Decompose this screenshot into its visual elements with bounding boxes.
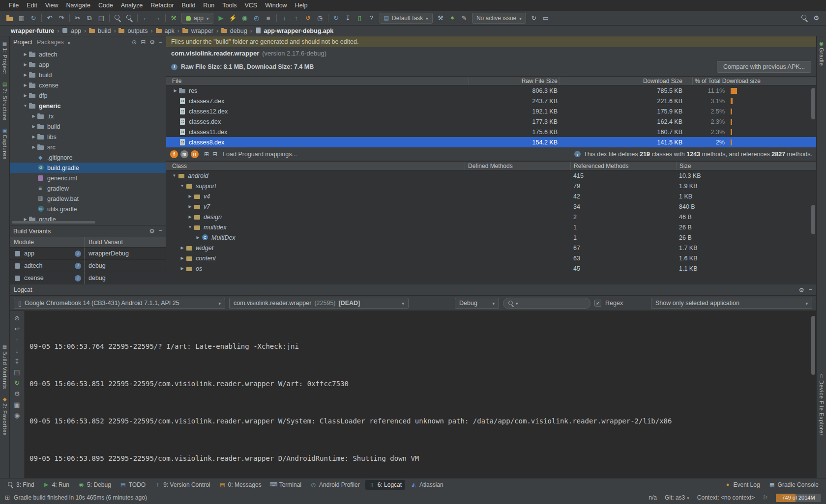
- run-config-dropdown[interactable]: app: [181, 13, 213, 24]
- profile-icon[interactable]: ◴: [251, 13, 263, 24]
- column-class[interactable]: Class: [166, 162, 465, 170]
- expand-arrow-icon[interactable]: [22, 53, 29, 56]
- tab-android-profiler[interactable]: ◴ Android Profiler: [307, 480, 363, 490]
- variant-value[interactable]: wrapperDebug: [85, 248, 166, 259]
- tab-logcat[interactable]: ▯ 6: Logcat: [365, 480, 405, 490]
- paste-icon[interactable]: ▤: [95, 13, 107, 24]
- tab-event-log[interactable]: ● Event Log: [721, 480, 764, 490]
- collapse-all-icon[interactable]: ⊟: [212, 151, 217, 158]
- menu-item[interactable]: Help: [291, 1, 312, 10]
- apk-file-row[interactable]: classes11.dex 175.6 KB 160.7 KB 2.3%: [166, 127, 816, 137]
- vcs-revert-icon[interactable]: ↺: [302, 13, 314, 24]
- save-all-icon[interactable]: ▦: [16, 13, 28, 24]
- expand-arrow-icon[interactable]: [171, 174, 177, 178]
- info-icon[interactable]: i: [75, 275, 81, 281]
- show-references-filter-icon[interactable]: R: [191, 150, 199, 158]
- pencil-icon[interactable]: ✎: [458, 13, 470, 24]
- apply-changes-icon[interactable]: ⚡: [227, 13, 239, 24]
- sync-project-icon[interactable]: ↻: [330, 13, 342, 24]
- class-row[interactable]: widget 67 1.7 KB: [166, 243, 816, 253]
- sync-icon[interactable]: ↻: [28, 13, 39, 24]
- expand-arrow-icon[interactable]: [30, 135, 37, 139]
- menu-item[interactable]: View: [41, 1, 62, 10]
- cut-icon[interactable]: ✂: [72, 13, 84, 24]
- task-dropdown[interactable]: ▤ Default task: [380, 13, 433, 24]
- open-icon[interactable]: [4, 13, 16, 24]
- replace-icon[interactable]: [123, 13, 135, 24]
- strip-gradle[interactable]: ◉ Gradle: [819, 41, 825, 66]
- info-icon[interactable]: i: [75, 263, 81, 269]
- variants-settings-icon[interactable]: ⚙: [149, 227, 154, 235]
- tree-row[interactable]: src: [10, 142, 166, 152]
- strip-captures[interactable]: ▣ Captures: [2, 128, 8, 160]
- tree-row[interactable]: dfp: [10, 90, 166, 101]
- build-hammer-icon[interactable]: ⚒: [168, 13, 179, 24]
- wrench-icon[interactable]: ⚒: [435, 13, 446, 24]
- strip-project[interactable]: ▦ 1: Project: [2, 41, 8, 74]
- tab-todo[interactable]: ▤ TODO: [117, 480, 149, 490]
- column-raw-size[interactable]: Raw File Size: [469, 77, 560, 85]
- class-row[interactable]: v4 42 1 KB: [166, 191, 816, 201]
- menu-item[interactable]: Tools: [218, 1, 240, 10]
- breadcrumb-item[interactable]: › apk: [148, 28, 175, 34]
- context-widget[interactable]: Context: <no context>: [697, 494, 755, 501]
- compare-apk-button[interactable]: Compare with previous APK...: [717, 61, 811, 73]
- tab-find[interactable]: 3: Find: [4, 480, 38, 490]
- column-size[interactable]: Size: [676, 162, 816, 170]
- variant-value[interactable]: debug: [85, 260, 166, 272]
- avd-manager-icon[interactable]: ▯: [354, 13, 366, 24]
- tree-row[interactable]: utils.gradle: [10, 204, 166, 214]
- regex-checkbox[interactable]: ✓: [594, 300, 601, 307]
- expand-all-icon[interactable]: ⊞: [204, 151, 209, 158]
- tab-version-control[interactable]: ↕ 9: Version Control: [151, 480, 213, 490]
- strip-favorites[interactable]: ◆ 2: Favorites: [2, 397, 8, 436]
- column-referenced-methods[interactable]: Referenced Methods: [570, 162, 676, 170]
- tree-row[interactable]: build: [10, 121, 166, 132]
- scroll-up-icon[interactable]: ↑: [15, 336, 19, 343]
- chevron-right-icon[interactable]: [68, 39, 71, 46]
- expand-arrow-icon[interactable]: [187, 205, 193, 209]
- redo-icon[interactable]: ↷: [56, 13, 67, 24]
- build-variant-row[interactable]: adtech i debug: [10, 260, 166, 272]
- apk-file-row[interactable]: classes12.dex 192.1 KB 175.9 KB 2.5%: [166, 106, 816, 116]
- breadcrumb-item[interactable]: wrapper-future: [5, 28, 54, 34]
- breadcrumb-item[interactable]: › app: [54, 28, 81, 34]
- tab-terminal[interactable]: ⌨ Terminal: [267, 480, 305, 490]
- stop-icon[interactable]: ■: [263, 13, 274, 24]
- breadcrumb-item[interactable]: › app-wrapper-debug.apk: [247, 28, 334, 34]
- load-proguard-label[interactable]: Load Proguard mappings...: [223, 151, 297, 158]
- scroll-to-end-icon[interactable]: ↧: [14, 358, 20, 364]
- sdk-manager-icon[interactable]: ↧: [342, 13, 354, 24]
- info-icon[interactable]: i: [75, 251, 81, 257]
- screen-record-icon[interactable]: ◉: [14, 412, 20, 419]
- tree-row[interactable]: adtech: [10, 49, 166, 59]
- hector-icon[interactable]: ⚐: [763, 494, 768, 501]
- menu-item[interactable]: Window: [261, 1, 291, 10]
- hide-panel-icon[interactable]: −: [159, 39, 162, 46]
- clear-logcat-icon[interactable]: ⊘: [14, 315, 20, 321]
- class-row[interactable]: os 45 1.1 KB: [166, 263, 816, 274]
- tab-debug[interactable]: ◉ 5: Debug: [75, 480, 115, 490]
- expand-arrow-icon[interactable]: [179, 246, 185, 250]
- logcat-settings-icon[interactable]: ⚙: [14, 391, 20, 397]
- strip-device-file-explorer[interactable]: ▯ Device File Explorer: [819, 374, 825, 436]
- expand-arrow-icon[interactable]: [22, 63, 29, 67]
- class-row[interactable]: support 79 1.9 KB: [166, 181, 816, 191]
- build-variant-row[interactable]: app i wrapperDebug: [10, 248, 166, 260]
- column-percent[interactable]: % of Total Download size: [692, 77, 816, 85]
- star-icon[interactable]: ✶: [446, 13, 458, 24]
- expand-arrow-icon[interactable]: [179, 267, 185, 271]
- expand-arrow-icon[interactable]: [195, 236, 201, 240]
- tab-packages-view[interactable]: Packages: [37, 39, 64, 46]
- log-output[interactable]: 09-05 15:06:53.764 22595-22595/? I/art: …: [25, 311, 816, 478]
- collapse-all-icon[interactable]: ⊟: [141, 39, 146, 46]
- memory-indicator[interactable]: 749 of 2014M: [776, 494, 821, 502]
- tree-row[interactable]: gradlew: [10, 183, 166, 194]
- help-icon[interactable]: ?: [366, 13, 378, 24]
- strip-build-variants[interactable]: ▦ Build Variants: [2, 345, 8, 389]
- vertical-scrollbar[interactable]: [811, 205, 815, 234]
- tree-row[interactable]: .gitignore: [10, 152, 166, 163]
- log-filter-dropdown[interactable]: Show only selected application: [651, 298, 812, 309]
- apk-file-row[interactable]: classes.dex 177.3 KB 162.4 KB 2.3%: [166, 116, 816, 127]
- tab-project-view[interactable]: Project: [13, 39, 32, 46]
